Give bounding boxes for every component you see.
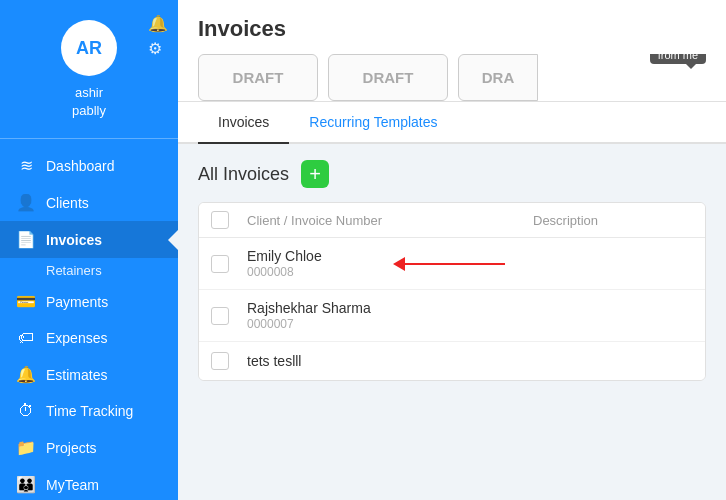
sidebar-item-myteam[interactable]: 👪 MyTeam — [0, 466, 178, 500]
sidebar-item-label: Clients — [46, 195, 89, 211]
invoices-icon: 📄 — [16, 230, 36, 249]
page-title: Invoices — [198, 16, 706, 42]
arrow-line — [405, 263, 505, 265]
sidebar-item-clients[interactable]: 👤 Clients — [0, 184, 178, 221]
draft-badge-3[interactable]: DRA — [458, 54, 538, 101]
sidebar-item-label: Expenses — [46, 330, 107, 346]
col-desc-header: Description — [533, 213, 693, 228]
section-header: All Invoices + — [198, 160, 706, 188]
draft-badge-1[interactable]: DRAFT — [198, 54, 318, 101]
client-info: tets teslll — [247, 353, 693, 370]
tabs-bar: Invoices Recurring Templates — [178, 102, 726, 144]
sidebar-item-retainers[interactable]: Retainers — [0, 258, 178, 283]
time-tracking-icon: ⏱ — [16, 402, 36, 420]
sidebar-item-estimates[interactable]: 🔔 Estimates — [0, 356, 178, 393]
sidebar-item-label: Estimates — [46, 367, 107, 383]
sidebar: AR ashir pablly 🔔 ⚙ ≋ Dashboard 👤 Client… — [0, 0, 178, 500]
row-checkbox[interactable] — [211, 255, 229, 273]
sidebar-item-projects[interactable]: 📁 Projects — [0, 429, 178, 466]
table-row[interactable]: Emily Chloe 0000008 — [199, 238, 705, 290]
draft-badge-2[interactable]: DRAFT — [328, 54, 448, 101]
client-info: Rajshekhar Sharma 0000007 — [247, 300, 693, 331]
payments-icon: 💳 — [16, 292, 36, 311]
table-row[interactable]: tets teslll — [199, 342, 705, 380]
gear-icon[interactable]: ⚙ — [148, 39, 168, 58]
arrowhead-icon — [393, 257, 405, 271]
myteam-icon: 👪 — [16, 475, 36, 494]
client-name: tets teslll — [247, 353, 693, 369]
from-me-tooltip: from me — [650, 54, 706, 64]
sidebar-item-payments[interactable]: 💳 Payments — [0, 283, 178, 320]
add-invoice-button[interactable]: + — [301, 160, 329, 188]
sidebar-item-label: Dashboard — [46, 158, 115, 174]
client-name: Rajshekhar Sharma — [247, 300, 693, 316]
tab-invoices[interactable]: Invoices — [198, 102, 289, 144]
clients-icon: 👤 — [16, 193, 36, 212]
row-checkbox[interactable] — [211, 352, 229, 370]
sidebar-item-expenses[interactable]: 🏷 Expenses — [0, 320, 178, 356]
sidebar-item-label: Invoices — [46, 232, 102, 248]
table-row[interactable]: Rajshekhar Sharma 0000007 — [199, 290, 705, 342]
dashboard-icon: ≋ — [16, 156, 36, 175]
header-icons: 🔔 ⚙ — [148, 14, 168, 58]
header-checkbox-col — [211, 211, 247, 229]
expenses-icon: 🏷 — [16, 329, 36, 347]
col-client-header: Client / Invoice Number — [247, 213, 533, 228]
company: pablly — [72, 103, 106, 118]
draft-row: DRAFT DRAFT DRA from me — [198, 54, 706, 101]
sidebar-header: AR ashir pablly 🔔 ⚙ — [0, 0, 178, 130]
invoices-table: Client / Invoice Number Description Emil… — [198, 202, 706, 381]
top-section: Invoices DRAFT DRAFT DRA from me — [178, 0, 726, 102]
sidebar-item-label: Time Tracking — [46, 403, 133, 419]
row-checkbox[interactable] — [211, 307, 229, 325]
sidebar-item-dashboard[interactable]: ≋ Dashboard — [0, 147, 178, 184]
invoice-number: 0000007 — [247, 317, 693, 331]
sidebar-item-time-tracking[interactable]: ⏱ Time Tracking — [0, 393, 178, 429]
bell-icon[interactable]: 🔔 — [148, 14, 168, 33]
main-content: Invoices DRAFT DRAFT DRA from me Invoice… — [178, 0, 726, 500]
select-all-checkbox[interactable] — [211, 211, 229, 229]
content-area: All Invoices + Client / Invoice Number D… — [178, 144, 726, 500]
red-arrow — [394, 257, 505, 271]
estimates-icon: 🔔 — [16, 365, 36, 384]
sidebar-item-label: Retainers — [46, 263, 102, 278]
username: ashir — [75, 85, 103, 100]
sidebar-item-label: MyTeam — [46, 477, 99, 493]
avatar: AR — [61, 20, 117, 76]
projects-icon: 📁 — [16, 438, 36, 457]
tab-recurring-templates[interactable]: Recurring Templates — [289, 102, 457, 144]
table-header: Client / Invoice Number Description — [199, 203, 705, 238]
section-title: All Invoices — [198, 164, 289, 185]
sidebar-item-invoices[interactable]: 📄 Invoices — [0, 221, 178, 258]
sidebar-item-label: Payments — [46, 294, 108, 310]
user-info: ashir pablly — [72, 84, 106, 120]
sidebar-item-label: Projects — [46, 440, 97, 456]
